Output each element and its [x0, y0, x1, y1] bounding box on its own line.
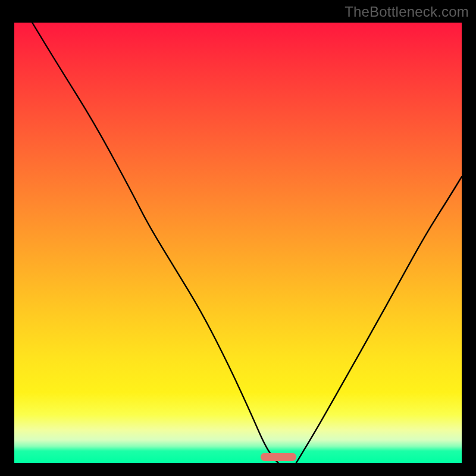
watermark-text: TheBottleneck.com	[345, 4, 469, 20]
chart-svg	[14, 23, 462, 463]
stage: TheBottleneck.com	[0, 0, 476, 476]
left-curve	[32, 23, 278, 463]
chart-plot-area	[14, 23, 462, 463]
optimum-marker	[261, 453, 296, 461]
right-curve	[296, 177, 462, 463]
